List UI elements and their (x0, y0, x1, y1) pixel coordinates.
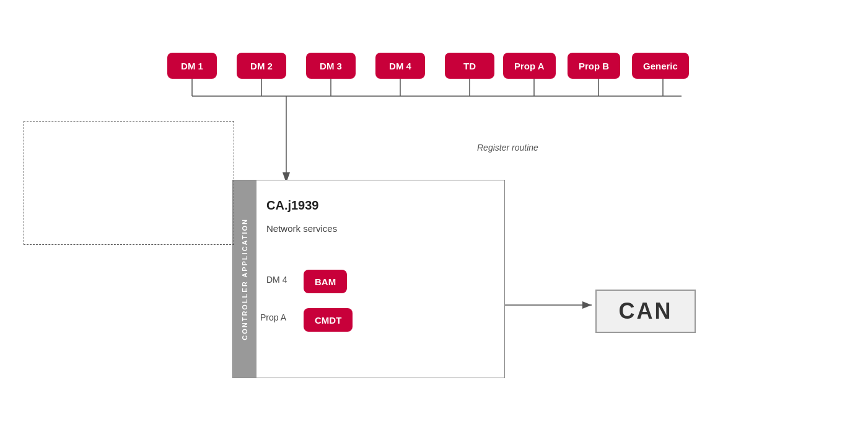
svg-marker-13 (582, 301, 592, 309)
dm4-inner-label: DM 4 (266, 275, 287, 285)
pill-td: TD (445, 53, 494, 79)
can-box: CAN (595, 290, 696, 333)
network-services-label: Network services (266, 223, 337, 234)
controller-application-sidebar: CONTROLLER APPLICATION (233, 180, 256, 378)
diagram-container: DM 1 DM 2 DM 3 DM 4 TD Prop A Prop B Gen… (0, 0, 868, 434)
pill-dm3: DM 3 (306, 53, 356, 79)
pill-dm1: DM 1 (167, 53, 217, 79)
cmdt-pill: CMDT (304, 308, 353, 332)
register-routine-label: Register routine (477, 143, 538, 153)
pill-propa: Prop A (503, 53, 556, 79)
controller-application-label: CONTROLLER APPLICATION (241, 218, 248, 340)
inner-dashed-box (24, 121, 234, 245)
pill-propb: Prop B (568, 53, 620, 79)
propa-inner-label: Prop A (260, 312, 286, 322)
bam-pill: BAM (304, 270, 347, 293)
pill-generic: Generic (632, 53, 689, 79)
pill-dm4: DM 4 (375, 53, 425, 79)
ca-title: CA.j1939 (266, 198, 319, 213)
pill-dm2: DM 2 (237, 53, 286, 79)
